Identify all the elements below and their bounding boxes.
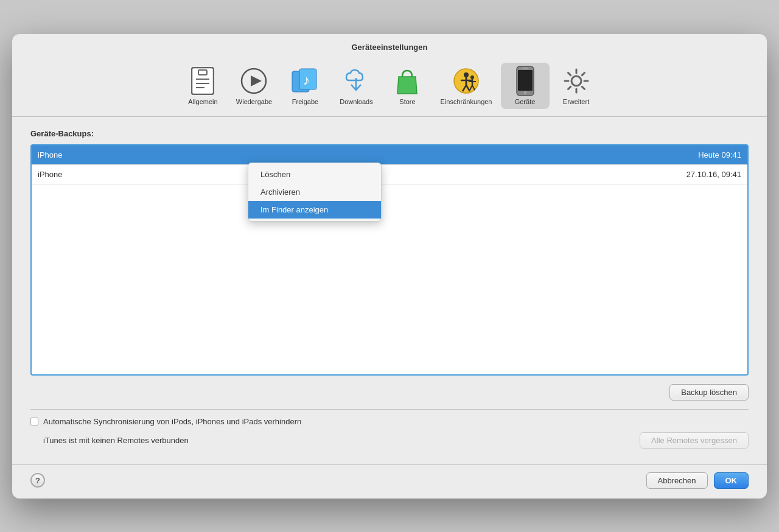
backup-row-1-date: Heute 09:41 xyxy=(632,150,741,159)
sync-checkbox-row: Automatische Synchronisierung von iPods,… xyxy=(30,417,749,426)
toolbar-item-wiedergabe[interactable]: Wiedergabe xyxy=(229,63,278,109)
abbrechen-button[interactable]: Abbrechen xyxy=(646,472,708,489)
toolbar-label-store: Store xyxy=(399,98,415,105)
sync-checkbox[interactable] xyxy=(30,418,38,425)
svg-point-17 xyxy=(470,75,474,79)
backup-row-1-name: iPhone xyxy=(38,150,632,159)
toolbar-label-einschraenkungen: Einschränkungen xyxy=(440,98,492,105)
backups-section-title: Geräte-Backups: xyxy=(30,129,749,138)
erweitert-icon xyxy=(562,66,591,96)
store-icon xyxy=(393,66,422,96)
toolbar-label-freigabe: Freigabe xyxy=(292,98,318,105)
svg-rect-23 xyxy=(518,70,533,91)
backup-row-1[interactable]: iPhone Heute 09:41 xyxy=(32,145,747,165)
svg-point-26 xyxy=(571,76,581,86)
svg-point-12 xyxy=(464,72,469,77)
backup-empty-area xyxy=(32,184,747,367)
toolbar-item-erweitert[interactable]: Erweitert xyxy=(552,63,601,109)
backup-loeschen-button[interactable]: Backup löschen xyxy=(669,384,749,401)
svg-point-24 xyxy=(523,91,526,94)
backup-row-2-date: 27.10.16, 09:41 xyxy=(632,170,741,179)
alle-remotes-button[interactable]: Alle Remotes vergessen xyxy=(640,432,749,449)
toolbar-item-freigabe[interactable]: ♪ Freigabe xyxy=(281,63,329,109)
toolbar-label-wiedergabe: Wiedergabe xyxy=(236,98,272,105)
allgemein-icon xyxy=(188,66,217,96)
content-area: Geräte-Backups: iPhone Heute 09:41 iPhon… xyxy=(12,117,767,464)
svg-line-32 xyxy=(582,86,584,89)
toolbar-item-geraete[interactable]: Geräte xyxy=(501,63,550,109)
geraete-icon xyxy=(511,66,540,96)
wiedergabe-icon xyxy=(239,66,268,96)
toolbar-item-store[interactable]: Store xyxy=(383,63,431,109)
svg-line-31 xyxy=(568,72,570,75)
toolbar-label-geraete: Geräte xyxy=(515,98,536,105)
svg-text:♪: ♪ xyxy=(303,72,310,88)
toolbar-item-einschraenkungen[interactable]: Einschränkungen xyxy=(434,63,498,109)
remotes-text: iTunes ist mit keinen Remotes verbunden xyxy=(43,436,189,445)
toolbar-item-allgemein[interactable]: Allgemein xyxy=(178,63,227,109)
remotes-row: iTunes ist mit keinen Remotes verbunden … xyxy=(30,432,749,449)
separator xyxy=(30,409,749,410)
toolbar-item-downloads[interactable]: Downloads xyxy=(332,63,380,109)
toolbar-label-erweitert: Erweitert xyxy=(563,98,589,105)
context-menu-finder[interactable]: Im Finder anzeigen xyxy=(248,201,381,219)
svg-line-33 xyxy=(582,72,584,75)
toolbar-label-allgemein: Allgemein xyxy=(188,98,217,105)
einschraenkungen-icon xyxy=(452,66,481,96)
footer-buttons: Abbrechen OK xyxy=(646,472,749,489)
context-menu-archivieren[interactable]: Archivieren xyxy=(248,183,381,201)
svg-line-34 xyxy=(568,86,570,89)
toolbar: Allgemein Wiedergabe ♪ xyxy=(12,58,767,117)
footer: ? Abbrechen OK xyxy=(12,464,767,499)
sync-checkbox-label: Automatische Synchronisierung von iPods,… xyxy=(43,417,301,426)
toolbar-label-downloads: Downloads xyxy=(340,98,372,105)
backup-actions: Backup löschen xyxy=(30,384,749,401)
freigabe-icon: ♪ xyxy=(290,66,320,96)
context-menu: Löschen Archivieren Im Finder anzeigen xyxy=(248,163,382,222)
dialog-title: Geräteeinstellungen xyxy=(12,34,767,58)
help-button[interactable]: ? xyxy=(30,473,45,488)
ok-button[interactable]: OK xyxy=(714,472,749,489)
backup-table: iPhone Heute 09:41 iPhone 27.10.16, 09:4… xyxy=(30,144,749,376)
svg-rect-0 xyxy=(192,68,214,94)
context-menu-loeschen[interactable]: Löschen xyxy=(248,166,381,183)
svg-marker-6 xyxy=(251,75,262,86)
downloads-icon xyxy=(341,66,371,96)
dialog: Geräteeinstellungen Allgemein xyxy=(12,34,767,499)
backup-row-2[interactable]: iPhone 27.10.16, 09:41 xyxy=(32,165,747,184)
